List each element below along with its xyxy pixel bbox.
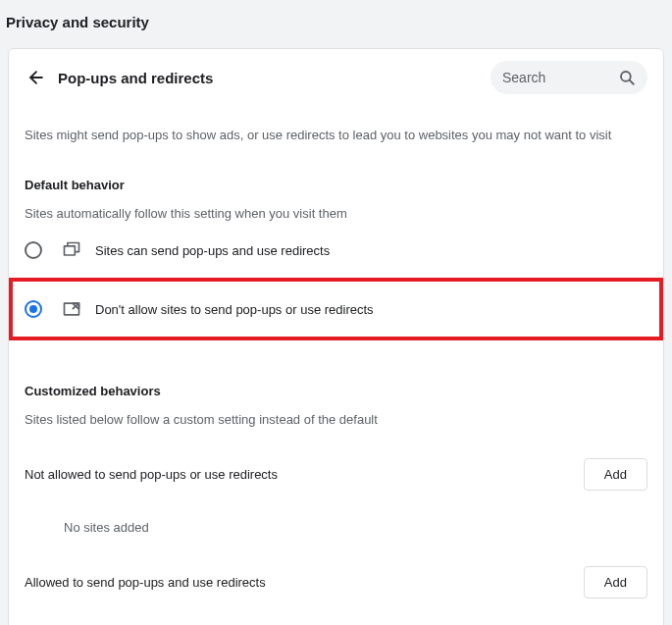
add-allowed-button[interactable]: Add	[584, 566, 647, 599]
not-allowed-empty: No sites added	[9, 491, 663, 535]
option-allow-label: Sites can send pop-ups and use redirects	[95, 243, 330, 258]
back-button[interactable]	[23, 64, 50, 91]
search-box[interactable]	[491, 61, 647, 94]
settings-card: Pop-ups and redirects Sites might send p…	[8, 48, 664, 625]
radio-unselected-icon	[25, 241, 42, 259]
allowed-label: Allowed to send pop-ups and use redirect…	[25, 575, 266, 590]
card-header: Pop-ups and redirects	[9, 49, 663, 104]
top-header: Privacy and security	[0, 0, 672, 46]
allowed-row: Allowed to send pop-ups and use redirect…	[9, 535, 663, 599]
not-allowed-row: Not allowed to send pop-ups or use redir…	[9, 427, 663, 491]
customized-title: Customized behaviors	[9, 348, 663, 398]
allowed-empty: No sites added	[9, 599, 663, 625]
page-category-title: Privacy and security	[6, 14, 666, 30]
default-behavior-description: Sites automatically follow this setting …	[9, 192, 663, 221]
option-allow-popups[interactable]: Sites can send pop-ups and use redirects	[9, 227, 663, 274]
search-icon	[618, 69, 636, 86]
add-not-allowed-button[interactable]: Add	[584, 458, 647, 491]
customized-description: Sites listed below follow a custom setti…	[9, 398, 663, 427]
option-block-label: Don't allow sites to send pop-ups or use…	[95, 302, 374, 317]
page-description: Sites might send pop-ups to show ads, or…	[9, 104, 663, 142]
radio-selected-icon	[25, 300, 42, 318]
option-block-popups[interactable]: Don't allow sites to send pop-ups or use…	[13, 282, 659, 337]
svg-rect-3	[65, 246, 76, 255]
not-allowed-label: Not allowed to send pop-ups or use redir…	[25, 467, 278, 482]
popups-block-icon	[62, 299, 81, 319]
popups-allow-icon	[62, 240, 81, 260]
highlighted-selection: Don't allow sites to send pop-ups or use…	[9, 278, 663, 340]
arrow-left-icon	[26, 68, 46, 87]
default-behavior-title: Default behavior	[9, 142, 663, 192]
page-title: Pop-ups and redirects	[58, 70, 491, 86]
search-input[interactable]	[502, 70, 618, 85]
svg-line-2	[630, 80, 634, 84]
